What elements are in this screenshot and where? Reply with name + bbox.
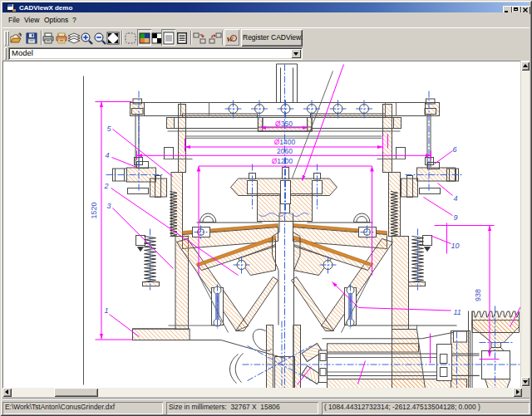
svg-text:11: 11 [454,308,461,316]
svg-text:2060: 2060 [277,147,293,155]
svg-text:5: 5 [107,125,112,133]
svg-text:4: 4 [454,194,458,203]
svg-text:1: 1 [105,306,109,315]
svg-text:1520: 1520 [90,202,98,218]
svg-text:2: 2 [104,182,109,190]
svg-text:4: 4 [106,151,110,159]
svg-text:6: 6 [453,145,457,154]
svg-text:Ø1400: Ø1400 [274,138,296,146]
svg-text:938: 938 [474,289,482,301]
svg-text:10: 10 [451,242,460,250]
svg-text:3: 3 [107,202,111,210]
svg-text:Ø350: Ø350 [275,120,293,128]
svg-text:Ø1200: Ø1200 [272,157,293,165]
svg-text:9: 9 [454,213,458,222]
